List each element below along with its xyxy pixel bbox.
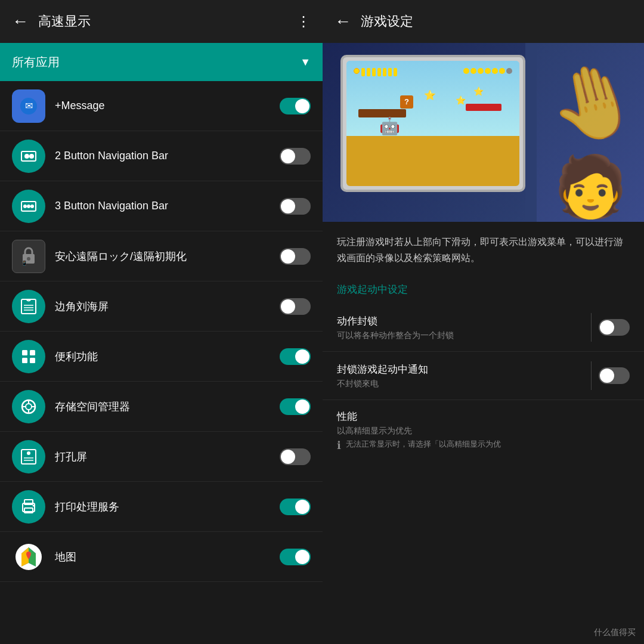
notif-lock-info: 封锁游戏起动中通知 不封锁來电 bbox=[337, 363, 584, 389]
left-header: ← 高速显示 ⋮ bbox=[0, 0, 323, 43]
divider-icon bbox=[591, 361, 592, 390]
watermark: 什么值得买 bbox=[594, 627, 636, 638]
more-options-button[interactable]: ⋮ bbox=[296, 13, 311, 30]
notif-lock-setting: 封锁游戏起动中通知 不封锁來电 bbox=[323, 352, 644, 400]
toggle-notif-lock[interactable] bbox=[599, 367, 630, 384]
app-name-lock: 安心遠隔ロック/遠隔初期化 bbox=[55, 249, 270, 264]
toggle-storage[interactable] bbox=[280, 398, 311, 415]
app-icon-utility bbox=[12, 340, 45, 373]
list-item: 2 Button Navigation Bar bbox=[0, 131, 323, 181]
app-name-map: 地图 bbox=[55, 550, 270, 564]
app-list: ✉ +Message 2 Button Navigation Bar bbox=[0, 81, 323, 644]
app-icon-2btn bbox=[12, 140, 45, 173]
notif-lock-desc: 不封锁來电 bbox=[337, 379, 584, 389]
right-header: ← 游戏设定 bbox=[323, 0, 644, 43]
app-name-3btn: 3 Button Navigation Bar bbox=[55, 200, 270, 212]
action-lock-desc: 可以将各种动作整合为一个封锁 bbox=[337, 330, 584, 341]
right-page-title: 游戏设定 bbox=[361, 13, 632, 30]
toggle-action-lock[interactable] bbox=[599, 319, 630, 336]
app-name-2btn: 2 Button Navigation Bar bbox=[55, 150, 270, 162]
svg-point-33 bbox=[33, 504, 35, 506]
toggle-utility[interactable] bbox=[280, 348, 311, 365]
performance-title: 性能 bbox=[337, 410, 630, 423]
list-item: 打印处理服务 bbox=[0, 482, 323, 532]
toggle-print[interactable] bbox=[280, 499, 311, 515]
list-item: 存储空间管理器 bbox=[0, 382, 323, 432]
svg-point-7 bbox=[27, 205, 30, 208]
svg-text:✉: ✉ bbox=[25, 101, 33, 111]
svg-rect-17 bbox=[30, 350, 35, 355]
app-icon-map bbox=[12, 540, 45, 574]
svg-point-21 bbox=[26, 404, 32, 410]
app-icon-storage bbox=[12, 390, 45, 423]
svg-rect-19 bbox=[30, 358, 35, 363]
svg-point-8 bbox=[30, 205, 34, 208]
dropdown-arrow-icon: ▼ bbox=[300, 56, 311, 69]
performance-section: 性能 以高精细显示为优先 ℹ 无法正常显示时，请选择「以高精细显示为优 bbox=[323, 400, 644, 462]
toggle-3btn[interactable] bbox=[280, 198, 311, 215]
list-item: 边角刘海屏 bbox=[0, 281, 323, 332]
list-item: 便利功能 bbox=[0, 332, 323, 382]
list-item: 3 Button Navigation Bar bbox=[0, 181, 323, 231]
app-name-print: 打印处理服务 bbox=[55, 500, 270, 514]
app-icon-message: ✉ bbox=[12, 89, 45, 123]
divider-icon bbox=[591, 313, 592, 342]
app-name-message: +Message bbox=[55, 100, 270, 112]
game-illustration: 🤖 ? ⭐ ⭐ ⭐ 🤚 🧑 bbox=[323, 43, 644, 222]
right-panel: ← 游戏设定 bbox=[323, 0, 644, 644]
svg-rect-12 bbox=[21, 299, 36, 314]
app-icon-3btn bbox=[12, 190, 45, 223]
action-lock-info: 动作封锁 可以将各种动作整合为一个封锁 bbox=[337, 314, 584, 341]
left-panel: ← 高速显示 ⋮ 所有应用 ▼ ✉ +Message bbox=[0, 0, 323, 644]
info-icon: ℹ bbox=[337, 439, 341, 452]
left-back-button[interactable]: ← bbox=[12, 12, 29, 31]
performance-desc: 以高精细显示为优先 bbox=[337, 426, 630, 436]
performance-sub: 无法正常显示时，请选择「以高精细显示为优 bbox=[346, 439, 501, 450]
list-item: 打孔屏 bbox=[0, 432, 323, 482]
toggle-lock[interactable] bbox=[280, 248, 311, 265]
notif-lock-title: 封锁游戏起动中通知 bbox=[337, 363, 584, 376]
svg-point-6 bbox=[23, 205, 27, 208]
list-item: ✉ +Message bbox=[0, 81, 323, 131]
svg-point-4 bbox=[29, 154, 34, 159]
app-name-storage: 存储空间管理器 bbox=[55, 400, 270, 414]
svg-point-27 bbox=[27, 451, 30, 455]
app-icon-hole bbox=[12, 440, 45, 473]
app-name-utility: 便利功能 bbox=[55, 349, 270, 364]
app-icon-print bbox=[12, 490, 45, 524]
toggle-message[interactable] bbox=[280, 98, 311, 114]
game-settings-section-title: 游戏起动中设定 bbox=[323, 278, 644, 304]
svg-rect-16 bbox=[22, 350, 27, 355]
action-lock-setting: 动作封锁 可以将各种动作整合为一个封锁 bbox=[323, 304, 644, 352]
app-filter-dropdown[interactable]: 所有应用 ▼ bbox=[0, 43, 323, 81]
svg-rect-18 bbox=[22, 358, 27, 363]
list-item: 📱 安心遠隔ロック/遠隔初期化 bbox=[0, 231, 323, 281]
left-page-title: 高速显示 bbox=[38, 13, 287, 30]
dropdown-label: 所有应用 bbox=[12, 54, 293, 70]
app-name-hole: 打孔屏 bbox=[55, 450, 270, 464]
right-back-button[interactable]: ← bbox=[335, 12, 351, 31]
toggle-hole[interactable] bbox=[280, 448, 311, 465]
list-item: 地图 bbox=[0, 532, 323, 582]
action-lock-title: 动作封锁 bbox=[337, 314, 584, 328]
toggle-notch[interactable] bbox=[280, 298, 311, 315]
toggle-map[interactable] bbox=[280, 549, 311, 565]
game-description: 玩注册游戏时若从上部向下滑动，即可表示出游戏菜单，可以进行游戏画面的录像以及检索… bbox=[323, 222, 644, 278]
app-icon-lock: 📱 bbox=[12, 240, 45, 273]
app-icon-notch bbox=[12, 290, 45, 323]
svg-text:📱: 📱 bbox=[21, 260, 27, 266]
app-name-notch: 边角刘海屏 bbox=[55, 299, 270, 314]
toggle-2btn[interactable] bbox=[280, 148, 311, 165]
svg-point-3 bbox=[24, 154, 29, 159]
